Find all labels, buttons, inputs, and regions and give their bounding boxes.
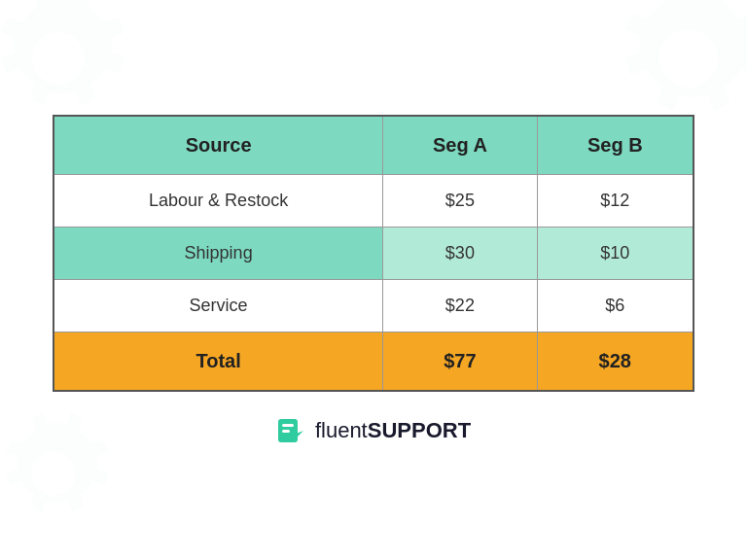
main-container: Source Seg A Seg B Labour & Restock $25 …	[53, 115, 694, 446]
table-row: Service $22 $6	[53, 279, 694, 332]
logo-support: SUPPORT	[368, 418, 471, 442]
seg-a-cell: $22	[383, 279, 537, 332]
source-cell: Service	[53, 279, 383, 332]
logo-text: fluentSUPPORT	[315, 418, 471, 443]
total-label: Total	[53, 332, 383, 391]
data-table: Source Seg A Seg B Labour & Restock $25 …	[53, 115, 694, 392]
seg-a-cell: $30	[383, 227, 537, 279]
svg-rect-2	[282, 430, 290, 433]
total-seg-a: $77	[383, 332, 537, 391]
logo-icon	[276, 415, 307, 446]
header-source: Source	[53, 116, 383, 175]
source-cell: Labour & Restock	[53, 174, 383, 227]
seg-b-cell: $6	[537, 279, 694, 332]
seg-b-cell: $10	[537, 227, 694, 279]
seg-a-cell: $25	[383, 174, 537, 227]
fluent-support-icon	[276, 415, 307, 446]
table-total-row: Total $77 $28	[53, 332, 694, 391]
table-row: Shipping $30 $10	[53, 227, 694, 279]
logo-fluent: fluent	[315, 418, 368, 442]
table-header-row: Source Seg A Seg B	[53, 116, 694, 175]
svg-rect-1	[282, 424, 294, 427]
table-row: Labour & Restock $25 $12	[53, 174, 694, 227]
header-seg-b: Seg B	[537, 116, 694, 175]
header-seg-a: Seg A	[383, 116, 537, 175]
seg-b-cell: $12	[537, 174, 694, 227]
logo: fluentSUPPORT	[276, 415, 471, 446]
source-cell: Shipping	[53, 227, 383, 279]
total-seg-b: $28	[537, 332, 694, 391]
